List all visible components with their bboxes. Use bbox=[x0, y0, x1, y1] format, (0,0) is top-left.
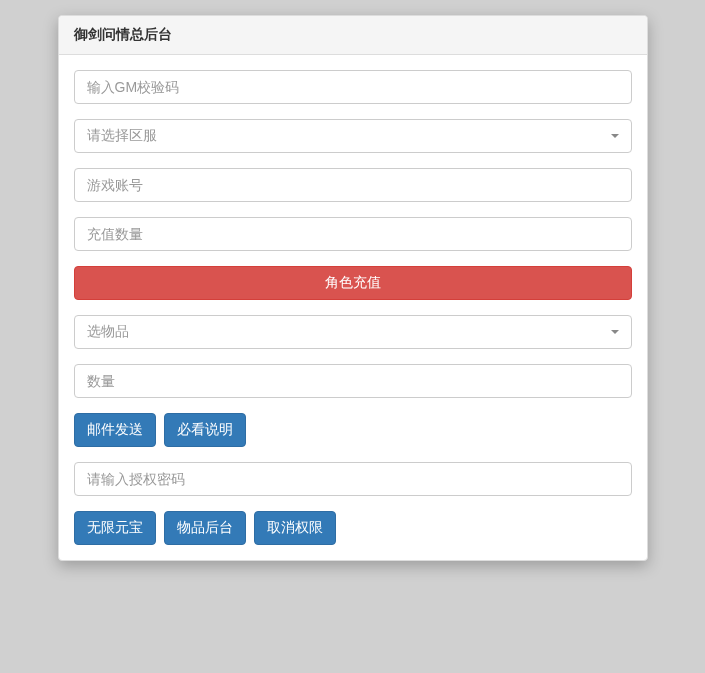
quantity-input[interactable] bbox=[74, 364, 632, 398]
panel-body: 请选择区服 角色充值 选物品 邮件发送 必看说明 bbox=[59, 55, 647, 560]
item-select-label: 选物品 bbox=[87, 323, 129, 341]
mail-send-button[interactable]: 邮件发送 bbox=[74, 413, 156, 447]
gm-code-group bbox=[74, 70, 632, 104]
account-group bbox=[74, 168, 632, 202]
quantity-group bbox=[74, 364, 632, 398]
auth-password-input[interactable] bbox=[74, 462, 632, 496]
caret-down-icon bbox=[611, 330, 619, 334]
recharge-amount-group bbox=[74, 217, 632, 251]
revoke-permission-button[interactable]: 取消权限 bbox=[254, 511, 336, 545]
mail-button-row: 邮件发送 必看说明 bbox=[74, 413, 632, 447]
recharge-button-group: 角色充值 bbox=[74, 266, 632, 300]
recharge-amount-input[interactable] bbox=[74, 217, 632, 251]
item-backend-button[interactable]: 物品后台 bbox=[164, 511, 246, 545]
permission-button-row: 无限元宝 物品后台 取消权限 bbox=[74, 511, 632, 545]
account-input[interactable] bbox=[74, 168, 632, 202]
server-select[interactable]: 请选择区服 bbox=[74, 119, 632, 153]
gm-code-input[interactable] bbox=[74, 70, 632, 104]
caret-down-icon bbox=[611, 134, 619, 138]
auth-password-group bbox=[74, 462, 632, 496]
admin-panel: 御剑问情总后台 请选择区服 角色充值 选物品 bbox=[58, 15, 648, 561]
server-select-label: 请选择区服 bbox=[87, 127, 157, 145]
must-read-button[interactable]: 必看说明 bbox=[164, 413, 246, 447]
recharge-button[interactable]: 角色充值 bbox=[74, 266, 632, 300]
unlimited-yuanbao-button[interactable]: 无限元宝 bbox=[74, 511, 156, 545]
server-select-group: 请选择区服 bbox=[74, 119, 632, 153]
item-select[interactable]: 选物品 bbox=[74, 315, 632, 349]
panel-title: 御剑问情总后台 bbox=[59, 16, 647, 55]
item-select-group: 选物品 bbox=[74, 315, 632, 349]
